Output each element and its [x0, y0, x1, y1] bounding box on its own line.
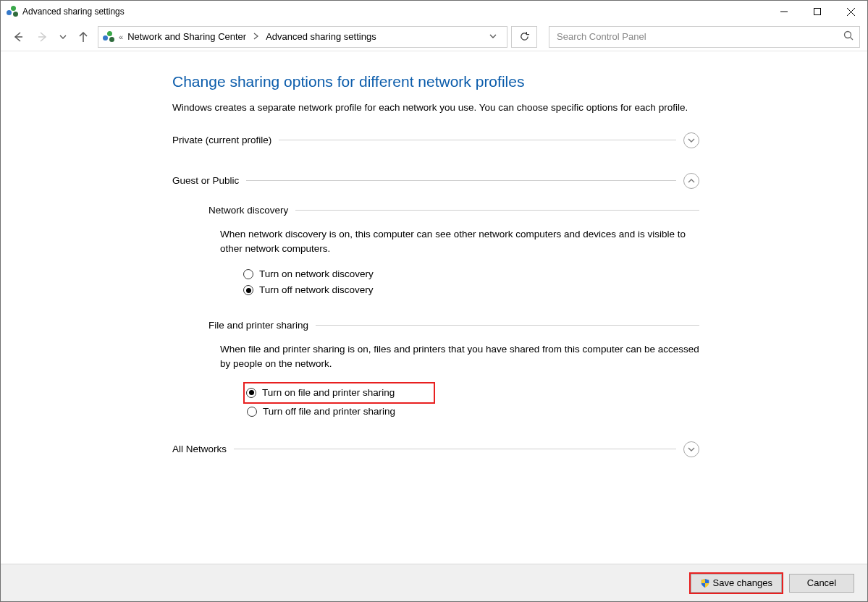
network-discovery-desc: When network discovery is on, this compu… — [220, 227, 699, 257]
close-button[interactable] — [834, 1, 867, 22]
profile-label: All Networks — [172, 444, 227, 454]
save-changes-button[interactable]: Save changes — [691, 574, 782, 593]
svg-point-7 — [845, 32, 851, 38]
search-icon[interactable] — [843, 30, 854, 43]
collapse-icon[interactable] — [683, 173, 699, 189]
page-description: Windows creates a separate network profi… — [172, 101, 699, 115]
section-network-discovery: Network discovery — [208, 205, 699, 216]
titlebar: Advanced sharing settings — [1, 1, 867, 22]
back-button[interactable] — [8, 27, 28, 47]
refresh-button[interactable] — [511, 26, 537, 48]
profile-private[interactable]: Private (current profile) — [172, 132, 699, 148]
uac-shield-icon — [700, 578, 710, 588]
radio-network-discovery-off[interactable]: Turn off network discovery — [243, 282, 699, 298]
svg-rect-1 — [814, 9, 821, 15]
svg-line-8 — [851, 38, 854, 41]
expand-icon[interactable] — [683, 441, 699, 457]
expand-icon[interactable] — [683, 132, 699, 148]
control-panel-icon — [7, 6, 18, 17]
radio-network-discovery-on[interactable]: Turn on network discovery — [243, 266, 699, 282]
radio-file-printer-off[interactable]: Turn off file and printer sharing — [247, 404, 699, 420]
section-file-printer-sharing: File and printer sharing — [208, 320, 699, 331]
cancel-button[interactable]: Cancel — [789, 574, 854, 593]
minimize-button[interactable] — [767, 1, 801, 22]
chevron-right-icon[interactable] — [250, 33, 261, 41]
footer: Save changes Cancel — [1, 564, 867, 601]
address-history-dropdown[interactable] — [484, 31, 502, 42]
navigation-bar: « Network and Sharing Center Advanced sh… — [1, 22, 867, 51]
up-button[interactable] — [73, 27, 93, 47]
profile-label: Private (current profile) — [172, 135, 271, 145]
address-bar[interactable]: « Network and Sharing Center Advanced sh… — [98, 26, 507, 48]
search-input[interactable] — [555, 30, 843, 43]
breadcrumb-segment[interactable]: Advanced sharing settings — [266, 31, 376, 42]
forward-button[interactable] — [33, 27, 53, 47]
maximize-button[interactable] — [801, 1, 834, 22]
recent-locations-dropdown[interactable] — [57, 27, 69, 47]
profile-label: Guest or Public — [172, 175, 239, 186]
breadcrumb-overflow-icon[interactable]: « — [119, 33, 123, 41]
profile-all-networks[interactable]: All Networks — [172, 441, 699, 457]
radio-file-printer-on[interactable]: Turn on file and printer sharing — [246, 385, 395, 401]
control-panel-icon — [103, 31, 114, 43]
highlight-box: Turn on file and printer sharing — [243, 382, 435, 404]
file-printer-desc: When file and printer sharing is on, fil… — [220, 342, 699, 372]
window-title: Advanced sharing settings — [22, 7, 767, 17]
profile-guest-public[interactable]: Guest or Public — [172, 173, 699, 189]
content-area: Change sharing options for different net… — [1, 51, 867, 564]
breadcrumb-segment[interactable]: Network and Sharing Center — [127, 31, 246, 42]
search-box[interactable] — [549, 26, 860, 48]
page-heading: Change sharing options for different net… — [172, 73, 699, 90]
